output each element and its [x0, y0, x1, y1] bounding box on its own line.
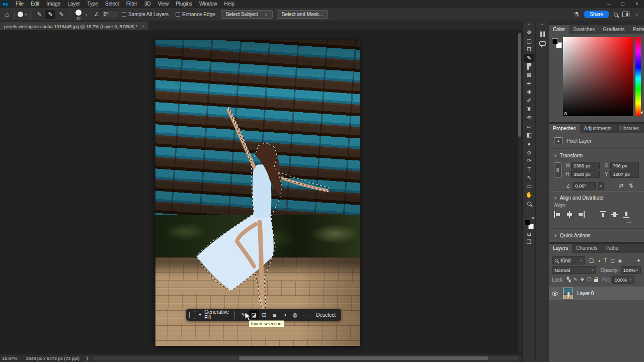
transform-section-header[interactable]: ∨ Transform [554, 150, 639, 160]
menu-layer[interactable]: Layer [64, 0, 84, 8]
chevron-down-icon[interactable]: ∨ [635, 13, 638, 17]
menu-type[interactable]: Type [84, 0, 102, 8]
align-middle-vertical-icon[interactable] [611, 211, 619, 218]
minimize-button[interactable]: — [602, 0, 616, 8]
blend-mode-select[interactable]: Normal ∨ [552, 266, 596, 274]
canvas-area[interactable]: ✦ Generative Fill ✎ ◪ ⊡ ◙ ◑ ◍ ⋯ Deselect… [0, 30, 522, 354]
horizontal-scrollbar-thumb[interactable] [239, 356, 488, 360]
swap-colors-icon[interactable]: ⇄ [532, 216, 535, 220]
height-input[interactable]: 3530 px [571, 170, 600, 178]
flip-horizontal-icon[interactable]: ⇄ [619, 183, 623, 189]
lock-paint-icon[interactable]: ✎ [574, 277, 578, 282]
menu-select[interactable]: Select [102, 0, 123, 8]
tech-previews-icon[interactable]: ⚗ [574, 11, 579, 18]
photo-document[interactable] [155, 40, 360, 346]
dodge-tool-icon[interactable]: φ [524, 148, 534, 156]
chevron-down-icon[interactable]: ∨ [85, 13, 88, 17]
tab-adjustments[interactable]: Adjustments [580, 124, 616, 133]
opacity-input[interactable]: 100% ∨ [621, 266, 641, 274]
fill-selection-icon[interactable]: ◍ [290, 310, 299, 319]
search-icon[interactable] [614, 13, 618, 17]
layer-visibility-icon[interactable] [552, 292, 558, 296]
workspace-switcher-icon[interactable] [622, 12, 629, 17]
filter-smart-objects-icon[interactable]: ◈ [618, 258, 622, 263]
chevron-down-icon[interactable]: ∨ [262, 13, 268, 17]
lock-artboard-icon[interactable]: ❒ [587, 277, 591, 282]
width-input[interactable]: 2386 px [571, 162, 600, 169]
gradient-tool-icon[interactable]: ◧ [524, 131, 534, 139]
path-select-tool-icon[interactable]: ↖ [524, 173, 534, 182]
select-subject-button[interactable]: Select Subject ∨ [221, 10, 273, 19]
fill-input[interactable]: 100% ∨ [612, 276, 634, 284]
adjustment-icon[interactable]: ◑ [280, 310, 289, 319]
y-input[interactable]: 1207 px [610, 170, 639, 178]
filter-type-layers-icon[interactable]: T [604, 258, 607, 263]
tab-properties[interactable]: Properties [549, 124, 580, 133]
color-picker-handle[interactable] [564, 112, 567, 115]
eraser-tool-icon[interactable]: ▱ [524, 122, 534, 131]
foreground-color-chip[interactable] [552, 38, 558, 44]
brush-size-picker[interactable]: 30 [74, 9, 83, 20]
lock-position-icon[interactable]: ✥ [580, 277, 584, 282]
tab-layers[interactable]: Layers [549, 244, 572, 253]
comments-icon[interactable] [539, 41, 546, 46]
sample-all-layers-checkbox[interactable]: Sample All Layers [122, 12, 169, 17]
quick-mask-icon[interactable]: ◘ [524, 229, 534, 238]
menu-plugins[interactable]: Plugins [172, 0, 196, 8]
hue-slider-handle[interactable] [640, 111, 642, 114]
saturation-brightness-picker[interactable] [563, 37, 633, 116]
clone-stamp-tool-icon[interactable]: ♜ [524, 105, 534, 114]
brush-angle-input[interactable]: 0° [101, 11, 118, 18]
select-and-mask-button[interactable]: Select and Mask... [277, 10, 328, 19]
zoom-tool-icon[interactable] [524, 199, 534, 208]
blur-tool-icon[interactable]: ♦ [524, 139, 534, 148]
close-button[interactable]: ✕ [630, 0, 644, 8]
restore-button[interactable]: ▢ [616, 0, 630, 8]
move-tool-icon[interactable]: ✥ [524, 28, 534, 37]
vertical-scrollbar[interactable] [518, 32, 522, 352]
lasso-tool-icon[interactable]: ℧ [524, 45, 534, 54]
tab-paths[interactable]: Paths [601, 244, 622, 253]
shape-tool-icon[interactable]: ▭ [524, 182, 534, 191]
filter-adjustment-layers-icon[interactable]: ◑ [597, 258, 600, 263]
marquee-tool-icon[interactable]: ▢ [524, 37, 534, 45]
taskbar-grip-handle[interactable] [189, 312, 190, 318]
brush-preset-icon[interactable] [18, 12, 23, 17]
menu-view[interactable]: View [154, 0, 173, 8]
chevron-down-icon[interactable]: ∨ [598, 182, 604, 190]
lock-transparency-icon[interactable]: ▚ [567, 277, 571, 282]
link-dimensions-icon[interactable]: 8 [554, 162, 561, 177]
align-right-icon[interactable] [577, 211, 585, 218]
history-brush-tool-icon[interactable]: ⟲ [524, 114, 534, 122]
brush-tool-icon[interactable]: ✐ [524, 97, 534, 105]
chevron-down-icon[interactable]: ∨ [25, 13, 27, 17]
eyedropper-tool-icon[interactable]: ✒ [524, 79, 534, 88]
selection-brush-tool-icon[interactable]: ✎ [524, 54, 534, 62]
horizontal-scrollbar[interactable] [93, 356, 518, 360]
tab-channels[interactable]: Channels [572, 244, 601, 253]
align-more-icon[interactable]: ⋯ [554, 219, 639, 227]
hand-tool-icon[interactable]: ✋ [524, 191, 534, 199]
tab-patterns[interactable]: Patterns [629, 25, 644, 34]
menu-3d[interactable]: 3D [141, 0, 154, 8]
close-tab-icon[interactable]: ✕ [141, 25, 144, 29]
type-tool-icon[interactable]: T [524, 165, 534, 173]
enhance-edge-checkbox[interactable]: Enhance Edge [176, 12, 215, 17]
vertical-scrollbar-thumb[interactable] [518, 33, 521, 137]
filter-shape-layers-icon[interactable]: ◻ [610, 258, 614, 263]
x-input[interactable]: 706 px [610, 162, 639, 169]
tab-gradients[interactable]: Gradients [599, 25, 628, 34]
more-options-icon[interactable]: ⋯ [301, 310, 310, 319]
collapse-dock-icon[interactable]: « [536, 21, 549, 28]
align-section-header[interactable]: ∨ Align and Distribute [554, 193, 639, 202]
menu-file[interactable]: File [12, 0, 27, 8]
layer-row[interactable]: Layer 0 [549, 287, 644, 300]
zoom-level[interactable]: 16.67% [0, 356, 22, 361]
tab-libraries[interactable]: Libraries [616, 124, 643, 133]
collapse-dock-icon[interactable]: « [523, 21, 535, 28]
menu-window[interactable]: Window [196, 0, 221, 8]
foreground-color-chip[interactable] [525, 220, 530, 225]
layer-name[interactable]: Layer 0 [577, 291, 594, 296]
layer-thumbnail[interactable] [563, 288, 573, 299]
foreground-background-colors[interactable]: ⇄ [524, 218, 534, 229]
